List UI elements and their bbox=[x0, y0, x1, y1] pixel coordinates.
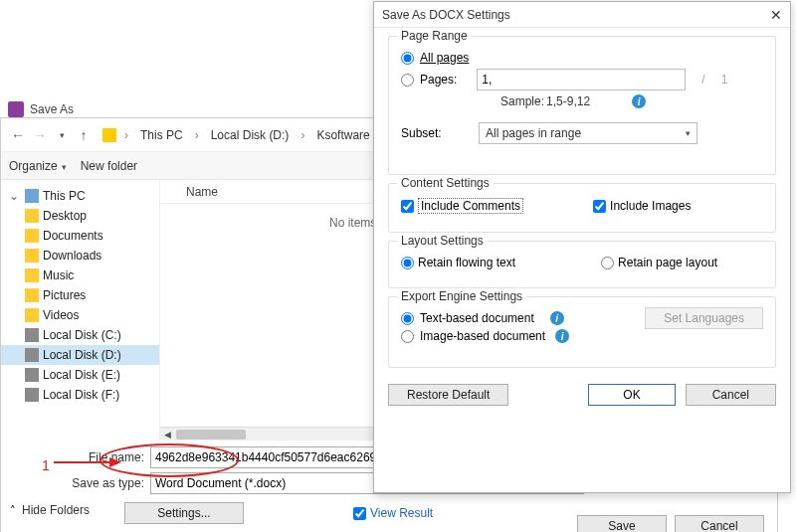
page-range-group: Page Range All pages Pages: / 1 Sample: … bbox=[388, 36, 776, 175]
subset-select[interactable]: All pages in range ▾ bbox=[479, 122, 697, 144]
crumb-sep: › bbox=[295, 124, 310, 146]
crumb-2[interactable]: Local Disk (D:) bbox=[205, 124, 296, 146]
tree-item-this-pc[interactable]: ⌄This PC bbox=[1, 186, 159, 206]
text-based-label: Text-based document bbox=[420, 311, 534, 325]
content-settings-legend: Content Settings bbox=[397, 176, 494, 190]
save-type-label: Save as type: bbox=[63, 476, 144, 490]
nav-fwd-icon[interactable]: → bbox=[29, 124, 51, 146]
include-images-tick[interactable] bbox=[593, 200, 606, 213]
tree-icon bbox=[25, 348, 39, 362]
restore-default-button[interactable]: Restore Default bbox=[388, 384, 508, 406]
dialog-cancel-button[interactable]: Cancel bbox=[686, 384, 776, 406]
export-engine-group: Export Engine Settings Text-based docume… bbox=[388, 296, 776, 368]
hide-folders-chevron-icon[interactable]: ˄ bbox=[10, 504, 16, 517]
pages-radio[interactable] bbox=[401, 74, 414, 87]
tree-icon bbox=[25, 249, 39, 263]
retain-flowing-radio[interactable]: Retain flowing text bbox=[401, 256, 515, 269]
include-images-checkbox[interactable]: Include Images bbox=[593, 199, 691, 213]
expand-icon[interactable]: ⌄ bbox=[7, 189, 21, 203]
include-comments-tick[interactable] bbox=[401, 200, 414, 213]
retain-page-radio[interactable]: Retain page layout bbox=[601, 256, 717, 269]
hide-folders-link[interactable]: Hide Folders bbox=[22, 503, 90, 517]
layout-settings-group: Layout Settings Retain flowing text Reta… bbox=[388, 241, 776, 288]
text-based-radio[interactable] bbox=[401, 312, 414, 325]
docx-settings-dialog: Save As DOCX Settings ✕ Page Range All p… bbox=[373, 1, 791, 493]
export-engine-legend: Export Engine Settings bbox=[397, 289, 526, 303]
tree-label: Local Disk (E:) bbox=[43, 368, 120, 382]
sample-value: 1,5-9,12 bbox=[546, 94, 590, 108]
nav-up-icon[interactable]: ↑ bbox=[73, 124, 95, 146]
retain-page-label: Retain page layout bbox=[618, 256, 717, 269]
tree-item-local-disk-f-[interactable]: Local Disk (F:) bbox=[1, 385, 159, 405]
all-pages-radio[interactable] bbox=[401, 52, 414, 65]
empty-message: No items bbox=[329, 216, 376, 230]
tree-item-downloads[interactable]: Downloads bbox=[1, 246, 159, 266]
tree-icon bbox=[25, 328, 39, 342]
chevron-down-icon: ▾ bbox=[686, 128, 691, 138]
layout-settings-legend: Layout Settings bbox=[397, 234, 488, 248]
cancel-button[interactable]: Cancel bbox=[675, 515, 764, 532]
tree-item-local-disk-e-[interactable]: Local Disk (E:) bbox=[1, 365, 159, 385]
sample-label: Sample: bbox=[500, 94, 544, 108]
tree-item-local-disk-d-[interactable]: Local Disk (D:) bbox=[1, 345, 159, 365]
nav-back-icon[interactable]: ← bbox=[7, 124, 29, 146]
image-based-info-icon[interactable]: i bbox=[555, 329, 569, 343]
include-comments-checkbox[interactable]: Include Comments bbox=[401, 198, 523, 214]
text-based-info-icon[interactable]: i bbox=[550, 311, 564, 325]
tree-icon bbox=[25, 368, 39, 382]
tree-icon bbox=[25, 268, 39, 282]
tree-label: Videos bbox=[43, 308, 79, 322]
tree-item-desktop[interactable]: Desktop bbox=[1, 206, 159, 226]
tree-icon bbox=[25, 388, 39, 402]
nav-recent-icon[interactable]: ▾ bbox=[51, 124, 73, 146]
tree-label: Local Disk (C:) bbox=[43, 328, 121, 342]
file-name-label: File name: bbox=[63, 450, 144, 464]
tree-label: Downloads bbox=[43, 249, 101, 263]
save-button[interactable]: Save bbox=[577, 515, 667, 532]
image-based-radio[interactable] bbox=[401, 330, 414, 343]
subset-value: All pages in range bbox=[486, 126, 581, 140]
window-title: Save As bbox=[30, 102, 74, 116]
tree-item-local-disk-c-[interactable]: Local Disk (C:) bbox=[1, 325, 159, 345]
pages-slash: / bbox=[701, 73, 704, 87]
pages-total: 1 bbox=[721, 73, 728, 87]
image-based-label: Image-based document bbox=[420, 329, 545, 343]
crumb-1[interactable]: This PC bbox=[134, 124, 189, 146]
include-images-label: Include Images bbox=[610, 199, 691, 213]
tree-item-pictures[interactable]: Pictures bbox=[1, 285, 159, 305]
column-name[interactable]: Name bbox=[178, 185, 226, 199]
tree-label: Music bbox=[43, 268, 74, 282]
content-settings-group: Content Settings Include Comments Includ… bbox=[388, 183, 776, 233]
folder-tree[interactable]: ⌄This PCDesktopDocumentsDownloadsMusicPi… bbox=[1, 180, 160, 441]
breadcrumb[interactable]: › This PC › Local Disk (D:) › Ksoftware bbox=[102, 124, 376, 146]
crumb-sep: › bbox=[118, 124, 134, 146]
set-languages-button: Set Languages bbox=[645, 307, 763, 329]
tree-label: Pictures bbox=[43, 288, 86, 302]
tree-icon bbox=[25, 189, 39, 203]
tree-icon bbox=[25, 229, 39, 243]
pages-input[interactable] bbox=[477, 69, 686, 90]
crumb-3[interactable]: Ksoftware bbox=[310, 124, 375, 146]
tree-icon bbox=[25, 209, 39, 223]
ok-button[interactable]: OK bbox=[588, 384, 675, 406]
pages-label: Pages: bbox=[420, 73, 457, 87]
organize-menu[interactable]: Organize bbox=[9, 159, 67, 173]
new-folder-button[interactable]: New folder bbox=[81, 159, 137, 173]
page-range-legend: Page Range bbox=[397, 29, 472, 43]
app-icon bbox=[8, 101, 24, 117]
sample-info-icon[interactable]: i bbox=[632, 94, 646, 108]
subset-label: Subset: bbox=[401, 126, 473, 140]
scroll-left-icon[interactable]: ◀ bbox=[160, 428, 174, 441]
tree-label: Local Disk (F:) bbox=[43, 388, 119, 402]
tree-item-music[interactable]: Music bbox=[1, 266, 159, 285]
close-icon[interactable]: ✕ bbox=[770, 7, 782, 23]
tree-icon bbox=[25, 288, 39, 302]
tree-label: Desktop bbox=[43, 209, 87, 223]
tree-label: Local Disk (D:) bbox=[43, 348, 121, 362]
crumb-sep: › bbox=[189, 124, 205, 146]
tree-item-videos[interactable]: Videos bbox=[1, 305, 159, 325]
include-comments-label: Include Comments bbox=[418, 198, 523, 214]
tree-label: Documents bbox=[43, 229, 103, 243]
tree-item-documents[interactable]: Documents bbox=[1, 226, 159, 246]
scroll-thumb[interactable] bbox=[176, 430, 246, 440]
